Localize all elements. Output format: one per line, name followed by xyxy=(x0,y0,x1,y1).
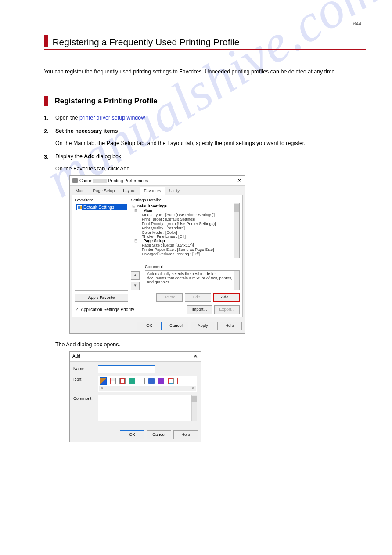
comment-input[interactable] xyxy=(98,395,197,421)
page-title-block: Registering a Frequently Used Printing P… xyxy=(44,35,366,50)
profile-icon xyxy=(77,205,82,210)
tab-main[interactable]: Main xyxy=(72,187,89,194)
dialog-footer: OK Cancel Help xyxy=(70,428,201,442)
cancel-button[interactable]: Cancel xyxy=(164,322,188,330)
dialog-title-suffix: Printing Preferences xyxy=(108,178,148,183)
section-accent-bar xyxy=(44,96,48,106)
add-button[interactable]: Add... xyxy=(213,293,240,302)
tabs: Main Page Setup Layout Favorites Utility xyxy=(70,186,245,194)
printing-preferences-dialog: Canon Printing Preferences ✕ Main Page S… xyxy=(69,175,245,334)
ok-button[interactable]: OK xyxy=(120,430,144,439)
app-settings-priority-checkbox[interactable]: ✓ xyxy=(75,308,79,312)
profile-icon-option[interactable] xyxy=(148,377,155,385)
profile-icon-option[interactable] xyxy=(138,377,145,385)
scrollbar[interactable] xyxy=(234,271,239,290)
redacted-model xyxy=(93,179,107,183)
tree-main: Main xyxy=(144,208,153,213)
move-down-button[interactable]: ▼ xyxy=(131,282,140,290)
add-dialog-title: Add xyxy=(72,354,80,359)
section-heading: Registering a Printing Profile xyxy=(44,96,366,106)
profile-icon-option[interactable] xyxy=(100,377,107,385)
delete-button[interactable]: Delete xyxy=(156,293,183,302)
favorites-item-label: Default Settings xyxy=(83,205,115,210)
step-2-sub: On the Main tab, the Page Setup tab, and… xyxy=(55,140,366,146)
printer-driver-setup-link[interactable]: printer driver setup window xyxy=(79,115,145,121)
name-input[interactable] xyxy=(98,365,155,373)
settings-details-tree[interactable]: ⊟ Default Settings ⊟ Main Media Type : [… xyxy=(131,203,240,258)
profile-icon-option[interactable] xyxy=(129,377,136,385)
scrollbar[interactable]: <> xyxy=(99,386,196,391)
scrollbar[interactable] xyxy=(191,395,197,421)
favorites-listbox[interactable]: Default Settings xyxy=(75,203,128,291)
scrollbar[interactable] xyxy=(234,203,239,258)
comment-label: Comment: xyxy=(145,265,240,269)
tab-page-setup[interactable]: Page Setup xyxy=(89,187,119,194)
close-icon[interactable]: ✕ xyxy=(193,353,198,359)
page-number: 644 xyxy=(353,21,361,26)
title-rule xyxy=(44,49,366,50)
export-button[interactable]: Export... xyxy=(214,305,240,314)
cancel-button[interactable]: Cancel xyxy=(147,430,171,439)
profile-icon-option[interactable] xyxy=(158,377,165,385)
title-accent-bar xyxy=(44,35,48,47)
step-3-sub1: On the Favorites tab, click Add.... xyxy=(55,166,366,172)
step-3-sub2: The Add dialog box opens. xyxy=(55,341,366,348)
tab-favorites[interactable]: Favorites xyxy=(140,187,165,194)
apply-favorite-button[interactable]: Apply Favorite xyxy=(75,294,128,301)
intro-text: You can register the frequently used pri… xyxy=(44,67,366,76)
dialog-titlebar: Add ✕ xyxy=(70,352,201,362)
settings-details-label: Settings Details: xyxy=(131,198,240,202)
step-3-text-b: Add xyxy=(84,153,94,160)
comment-text: Automatically selects the best mode for … xyxy=(147,272,232,285)
step-3-text-a: Display the xyxy=(55,153,84,160)
step-2: Set the necessary items On the Main tab,… xyxy=(44,128,366,146)
dialog-footer: OK Cancel Apply Help xyxy=(70,319,245,333)
help-button[interactable]: Help xyxy=(173,430,198,439)
comment-display: Automatically selects the best mode for … xyxy=(145,270,240,290)
tree-root: Default Settings xyxy=(137,204,167,208)
move-up-button[interactable]: ▲ xyxy=(131,271,140,280)
section-title: Registering a Printing Profile xyxy=(54,97,157,105)
profile-icon-option[interactable] xyxy=(119,377,126,385)
step-3-text-c: dialog box xyxy=(95,153,121,160)
favorites-label: Favorites: xyxy=(75,198,128,202)
ok-button[interactable]: OK xyxy=(137,322,162,330)
edit-button[interactable]: Edit... xyxy=(185,293,211,302)
profile-icon-option[interactable] xyxy=(177,377,184,385)
icon-picker[interactable]: <> xyxy=(98,376,197,392)
profile-icon-option[interactable] xyxy=(109,377,116,385)
tree-page-setup: Page Setup xyxy=(144,239,165,243)
add-dialog: Add ✕ Name: Icon: xyxy=(69,351,201,442)
dialog-title-prefix: Canon xyxy=(79,178,92,183)
dialog-titlebar: Canon Printing Preferences ✕ xyxy=(70,176,245,186)
profile-icon-option[interactable] xyxy=(167,377,174,385)
page-title: Registering a Frequently Used Printing P… xyxy=(52,37,239,47)
step-2-title: Set the necessary items xyxy=(55,128,118,134)
tree-item: Enlarged/Reduced Printing : [Off] xyxy=(142,252,236,257)
favorites-item-default[interactable]: Default Settings xyxy=(76,204,127,210)
icon-label: Icon: xyxy=(73,376,98,381)
import-button[interactable]: Import... xyxy=(187,305,212,314)
apply-button[interactable]: Apply xyxy=(191,322,215,330)
step-3: Display the Add dialog box On the Favori… xyxy=(44,153,366,442)
app-settings-priority-label: Application Settings Priority xyxy=(81,307,134,312)
printer-icon xyxy=(72,178,78,183)
step-1-text-a: Open the xyxy=(55,115,79,121)
close-icon[interactable]: ✕ xyxy=(237,178,242,184)
tab-utility[interactable]: Utility xyxy=(165,187,183,194)
name-label: Name: xyxy=(73,365,98,371)
help-button[interactable]: Help xyxy=(217,322,242,330)
step-1: Open the printer driver setup window xyxy=(44,115,366,121)
tab-layout[interactable]: Layout xyxy=(119,187,140,194)
comment-label: Comment: xyxy=(73,395,98,401)
